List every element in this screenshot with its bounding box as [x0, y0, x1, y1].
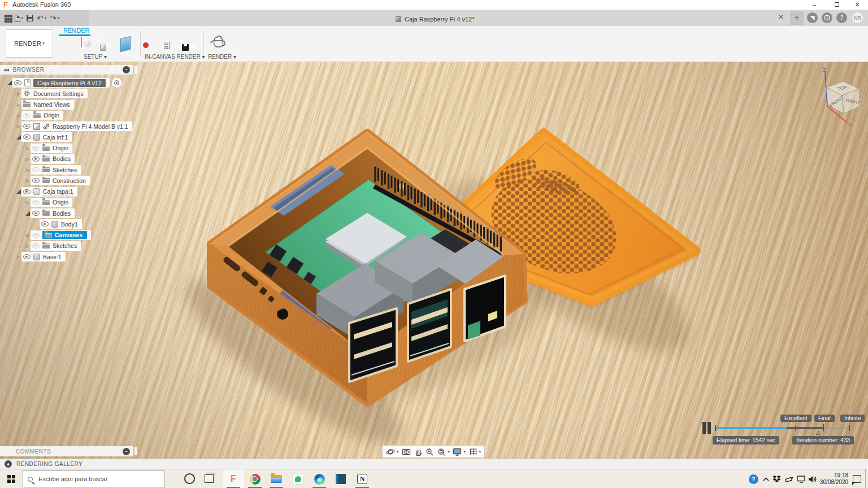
browser-tree-row[interactable]: ▷Base:1: [0, 251, 132, 262]
browser-tree-row[interactable]: ▷Named Views: [0, 99, 132, 110]
browser-tree-row[interactable]: Bodies: [0, 208, 132, 219]
fit-icon[interactable]: ▾: [437, 448, 450, 456]
taskbar-clock[interactable]: 19:1830/08/2020: [818, 469, 850, 488]
browser-tree-row[interactable]: ▷Bodies: [0, 154, 132, 164]
maximize-button[interactable]: [828, 0, 845, 10]
activate-component-radio[interactable]: [112, 78, 121, 88]
display-settings-icon[interactable]: ▾: [453, 448, 466, 456]
expander-icon[interactable]: [16, 134, 21, 141]
taskbar-search[interactable]: [23, 470, 165, 487]
render-teapot-icon[interactable]: [209, 35, 228, 51]
orbit-icon[interactable]: ▾: [386, 448, 399, 456]
visibility-eye-off-icon[interactable]: [32, 243, 40, 249]
save-icon[interactable]: [27, 15, 33, 21]
undo-icon[interactable]: ↶▾: [37, 15, 46, 21]
search-input[interactable]: [37, 475, 160, 483]
display-tray-icon[interactable]: [796, 469, 807, 488]
dropbox-tray-icon[interactable]: [771, 469, 782, 488]
expander-icon[interactable]: [7, 80, 12, 86]
pause-render-icon[interactable]: [702, 422, 711, 434]
document-tab[interactable]: Caja Raspberry Pi 4 v12*: [396, 12, 475, 26]
expander-icon[interactable]: ▷: [25, 156, 31, 162]
look-at-icon[interactable]: [402, 448, 411, 456]
panel-resize-handle[interactable]: [134, 447, 137, 455]
workspace-selector-button[interactable]: RENDER▾: [6, 29, 53, 58]
browser-tree-row[interactable]: Body1: [0, 219, 132, 229]
job-status-icon[interactable]: [822, 12, 832, 23]
visibility-eye-icon[interactable]: [32, 211, 40, 216]
file-menu-icon[interactable]: ▾: [15, 15, 24, 22]
browser-tree-row[interactable]: ▷Sketches: [0, 241, 132, 251]
visibility-eye-icon[interactable]: [32, 178, 40, 183]
browser-tree-row[interactable]: Caja inf:1: [0, 132, 132, 142]
comments-hide-icon[interactable]: −: [123, 448, 130, 455]
help-menu-icon[interactable]: ?: [836, 12, 847, 23]
notion-taskbar-icon[interactable]: N: [351, 469, 373, 488]
help-tray-icon[interactable]: ?: [747, 469, 760, 488]
edge-taskbar-icon[interactable]: [309, 469, 330, 488]
visibility-eye-icon[interactable]: [14, 80, 21, 85]
show-desktop-button[interactable]: [865, 469, 868, 488]
browser-tree-row[interactable]: ▷Origin: [0, 110, 132, 121]
tray-chevron-icon[interactable]: [761, 469, 771, 488]
visibility-eye-off-icon[interactable]: [32, 200, 40, 205]
volume-tray-icon[interactable]: [807, 469, 818, 488]
action-center-icon[interactable]: [850, 469, 863, 488]
start-button[interactable]: [0, 469, 23, 488]
expander-icon[interactable]: ▷: [25, 233, 31, 238]
pan-icon[interactable]: [414, 448, 423, 456]
avatar[interactable]: NR: [852, 12, 863, 24]
visibility-eye-off-icon[interactable]: [23, 113, 31, 118]
app-grid-icon[interactable]: [5, 15, 11, 21]
expander-icon[interactable]: [16, 188, 21, 195]
scene-settings-icon[interactable]: [81, 37, 82, 47]
minimize-button[interactable]: –: [806, 0, 823, 10]
extensions-icon[interactable]: ◥: [807, 12, 818, 23]
pen-tray-icon[interactable]: [783, 469, 795, 488]
browser-header[interactable]: ◀◀ BROWSER −: [0, 65, 133, 75]
viewport-canvas[interactable]: ◀◀ BROWSER − Caja Raspberry Pi 4 v12▷Doc…: [0, 62, 868, 459]
incanvas-group-label[interactable]: IN-CANVAS RENDER ▾: [145, 54, 205, 60]
expander-icon[interactable]: ▷: [25, 243, 31, 249]
visibility-eye-icon[interactable]: [23, 254, 31, 259]
evernote-taskbar-icon[interactable]: [287, 469, 309, 488]
collapse-arrows-icon[interactable]: ◀◀: [3, 68, 8, 72]
browser-tree-row[interactable]: ▷Construction: [0, 175, 132, 186]
comments-bar[interactable]: COMMENTS −: [0, 446, 133, 456]
render-group-label[interactable]: RENDER ▾: [208, 54, 236, 60]
visibility-eye-icon[interactable]: [23, 124, 31, 129]
rendering-gallery-bar[interactable]: ▲ RENDERING GALLERY: [0, 459, 868, 469]
visibility-eye-off-icon[interactable]: [32, 167, 40, 172]
quality-slider-marker[interactable]: △: [816, 429, 821, 435]
browser-tree-row[interactable]: ▷Raspberry Pi 4 Model B v1:1: [0, 121, 132, 132]
setup-group-label[interactable]: SETUP ▾: [84, 54, 107, 60]
visibility-eye-icon[interactable]: [41, 221, 49, 226]
expander-icon[interactable]: ▷: [25, 178, 31, 183]
redo-icon[interactable]: ↷▾: [50, 15, 59, 21]
view-cube[interactable]: Z X TOP FRONT RIGHT: [812, 67, 868, 129]
expander-icon[interactable]: ▷: [25, 167, 31, 172]
browser-tree-row[interactable]: Caja tapa:1: [0, 186, 132, 197]
browser-tree-row[interactable]: Caja Raspberry Pi 4 v12: [0, 77, 132, 88]
cortana-icon[interactable]: [184, 473, 195, 484]
visibility-eye-icon[interactable]: [32, 156, 40, 162]
expander-icon[interactable]: [25, 210, 31, 217]
visibility-eye-icon[interactable]: [23, 134, 31, 140]
close-button[interactable]: ✕: [849, 0, 866, 10]
panel-resize-handle[interactable]: [134, 66, 137, 74]
expander-icon[interactable]: ▷: [25, 146, 31, 151]
browser-hide-icon[interactable]: −: [123, 66, 130, 73]
ribbon-tab-render[interactable]: RENDER: [63, 27, 89, 34]
chrome-taskbar-icon[interactable]: [244, 469, 266, 488]
zoom-icon[interactable]: [426, 448, 434, 456]
texture-map-icon[interactable]: [120, 36, 131, 52]
browser-tree-row[interactable]: ▷Document Settings: [0, 88, 132, 99]
expander-icon[interactable]: ▷: [16, 91, 21, 96]
visibility-eye-icon[interactable]: [23, 189, 31, 194]
expander-icon[interactable]: ▷: [16, 113, 21, 118]
gallery-expand-icon[interactable]: ▲: [5, 460, 12, 468]
new-tab-button[interactable]: +: [790, 11, 804, 25]
browser-tree-row[interactable]: ▷Origin: [0, 197, 132, 208]
expander-icon[interactable]: ▷: [25, 200, 31, 205]
expander-icon[interactable]: ▷: [16, 124, 21, 129]
